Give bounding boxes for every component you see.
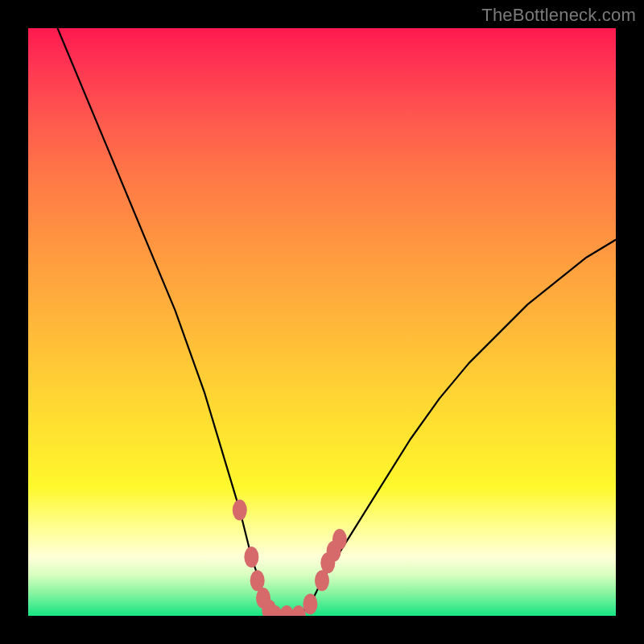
curve-layer <box>28 28 616 616</box>
accent-dots-left-dot <box>244 547 258 568</box>
plot-area <box>28 28 616 616</box>
watermark-text: TheBottleneck.com <box>481 5 636 26</box>
chart-frame: TheBottleneck.com <box>0 0 644 644</box>
accent-dots-right-dot <box>303 593 317 614</box>
accent-dots-right-dot <box>332 529 347 550</box>
accent-dots-left-dot <box>233 500 247 521</box>
bottleneck-curve <box>58 28 617 616</box>
